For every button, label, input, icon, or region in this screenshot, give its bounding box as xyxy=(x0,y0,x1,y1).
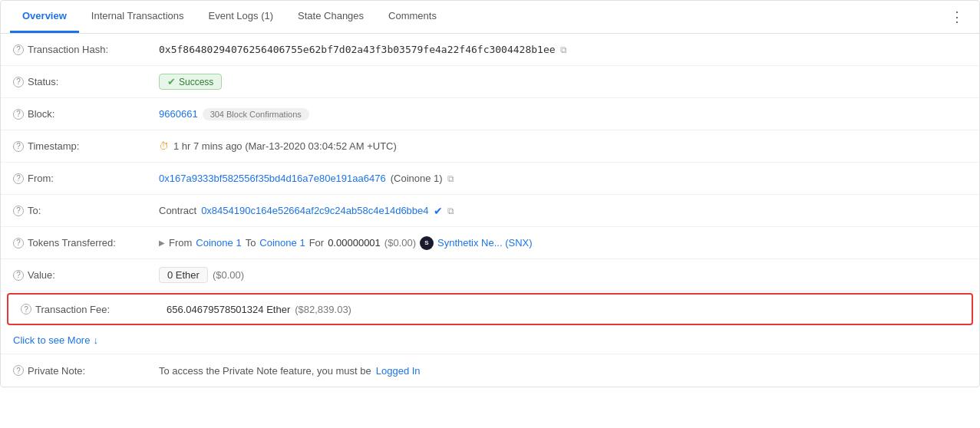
to-prefix: Contract xyxy=(159,205,196,216)
fee-help-icon[interactable]: ? xyxy=(21,304,31,314)
value-help-icon[interactable]: ? xyxy=(13,270,24,281)
timestamp-label: ? Timestamp: xyxy=(13,140,159,152)
token-usd: ($0.00) xyxy=(384,237,416,249)
status-badge: ✔ Success xyxy=(159,74,222,90)
value-amount: 0 Ether ($0.00) xyxy=(159,267,967,283)
block-number-link[interactable]: 9660661 xyxy=(159,108,198,120)
tab-overview[interactable]: Overview xyxy=(10,1,79,33)
to-label: ? To: xyxy=(13,205,159,216)
clock-icon: ⏱ xyxy=(159,140,169,152)
more-options-button[interactable]: ⋮ xyxy=(944,1,970,33)
confirmations-badge: 304 Block Confirmations xyxy=(203,108,309,120)
tokens-transferred-value: ▶ From Coinone 1 To Coinone 1 For 0.0000… xyxy=(159,236,967,250)
transaction-fee-value: 656.04679578501324 Ether ($82,839.03) xyxy=(167,304,959,315)
login-link[interactable]: Logged In xyxy=(376,365,421,377)
value-usd: ($0.00) xyxy=(213,269,244,281)
token-name-link[interactable]: Synthetix Ne... (SNX) xyxy=(437,237,533,249)
token-transfer-detail: ▶ From Coinone 1 To Coinone 1 For 0.0000… xyxy=(159,236,533,250)
tokens-help-icon[interactable]: ? xyxy=(13,238,24,249)
private-note-value: To access the Private Note feature, you … xyxy=(159,365,967,377)
tokens-transferred-label: ? Tokens Transferred: xyxy=(13,237,159,249)
to-address-copy-icon[interactable]: ⧉ xyxy=(447,206,454,216)
transaction-fee-row: ? Transaction Fee: 656.04679578501324 Et… xyxy=(7,293,973,325)
block-value: 9660661 304 Block Confirmations xyxy=(159,108,967,120)
fee-amount: 656.04679578501324 Ether xyxy=(167,304,290,315)
to-value: Contract 0x8454190c164e52664af2c9c24ab58… xyxy=(159,205,967,217)
from-text: From xyxy=(169,237,192,249)
status-value: ✔ Success xyxy=(159,74,967,90)
from-value: 0x167a9333bf582556f35bd4d16a7e80e191aa64… xyxy=(159,173,967,184)
to-text: To xyxy=(246,237,256,249)
private-note-help-icon[interactable]: ? xyxy=(13,365,24,376)
timestamp-value: ⏱ 1 hr 7 mins ago (Mar-13-2020 03:04:52 … xyxy=(159,140,967,152)
verified-icon: ✔ xyxy=(434,205,443,217)
timestamp-text: 1 hr 7 mins ago (Mar-13-2020 03:04:52 AM… xyxy=(173,140,397,152)
transaction-hash-row: ? Transaction Hash: 0x5f8648029407625640… xyxy=(1,34,979,66)
block-help-icon[interactable]: ? xyxy=(13,109,24,120)
from-row: ? From: 0x167a9333bf582556f35bd4d16a7e80… xyxy=(1,163,979,195)
from-address-copy-icon[interactable]: ⧉ xyxy=(447,173,454,184)
token-transfer-triangle-icon: ▶ xyxy=(159,239,165,247)
tabs-bar: Overview Internal Transactions Event Log… xyxy=(1,1,979,34)
transaction-hash-help-icon[interactable]: ? xyxy=(13,44,24,55)
from-help-icon[interactable]: ? xyxy=(13,173,24,184)
private-note-row: ? Private Note: To access the Private No… xyxy=(1,354,979,387)
see-more-row: Click to see More ↓ xyxy=(1,327,979,354)
value-label: ? Value: xyxy=(13,269,159,281)
token-from-link[interactable]: Coinone 1 xyxy=(196,237,241,249)
value-ether-box: 0 Ether xyxy=(159,267,208,283)
status-label: ? Status: xyxy=(13,76,159,87)
check-icon: ✔ xyxy=(167,76,176,87)
status-row: ? Status: ✔ Success xyxy=(1,66,979,98)
from-address-link[interactable]: 0x167a9333bf582556f35bd4d16a7e80e191aa64… xyxy=(159,173,386,184)
from-tag: (Coinone 1) xyxy=(391,173,443,184)
tab-comments[interactable]: Comments xyxy=(376,1,449,33)
tokens-transferred-row: ? Tokens Transferred: ▶ From Coinone 1 T… xyxy=(1,227,979,259)
private-note-label: ? Private Note: xyxy=(13,365,159,377)
fee-usd: ($82,839.03) xyxy=(295,304,351,315)
value-row: ? Value: 0 Ether ($0.00) xyxy=(1,259,979,291)
to-address-link[interactable]: 0x8454190c164e52664af2c9c24ab58c4e14d6bb… xyxy=(201,205,428,216)
to-help-icon[interactable]: ? xyxy=(13,206,24,216)
snx-token-icon: S xyxy=(420,236,434,250)
tab-state-changes[interactable]: State Changes xyxy=(285,1,376,33)
timestamp-row: ? Timestamp: ⏱ 1 hr 7 mins ago (Mar-13-2… xyxy=(1,130,979,163)
arrow-down-icon: ↓ xyxy=(93,334,98,346)
transaction-hash-value: 0x5f86480294076256406755e62bf7d02a43f3b0… xyxy=(159,44,967,55)
timestamp-help-icon[interactable]: ? xyxy=(13,141,24,152)
private-note-text: To access the Private Note feature, you … xyxy=(159,365,371,377)
transaction-hash-label: ? Transaction Hash: xyxy=(13,44,159,55)
status-help-icon[interactable]: ? xyxy=(13,77,24,87)
token-amount: 0.00000001 xyxy=(328,237,381,249)
block-row: ? Block: 9660661 304 Block Confirmations xyxy=(1,98,979,130)
from-label: ? From: xyxy=(13,173,159,184)
block-label: ? Block: xyxy=(13,108,159,120)
transaction-hash-copy-icon[interactable]: ⧉ xyxy=(560,44,567,55)
token-to-link[interactable]: Coinone 1 xyxy=(259,237,305,249)
transaction-fee-label: ? Transaction Fee: xyxy=(21,304,167,315)
to-row: ? To: Contract 0x8454190c164e52664af2c9c… xyxy=(1,195,979,227)
for-text: For xyxy=(309,237,325,249)
see-more-link[interactable]: Click to see More ↓ xyxy=(13,334,98,346)
tab-internal-transactions[interactable]: Internal Transactions xyxy=(79,1,196,33)
tab-event-logs[interactable]: Event Logs (1) xyxy=(196,1,286,33)
